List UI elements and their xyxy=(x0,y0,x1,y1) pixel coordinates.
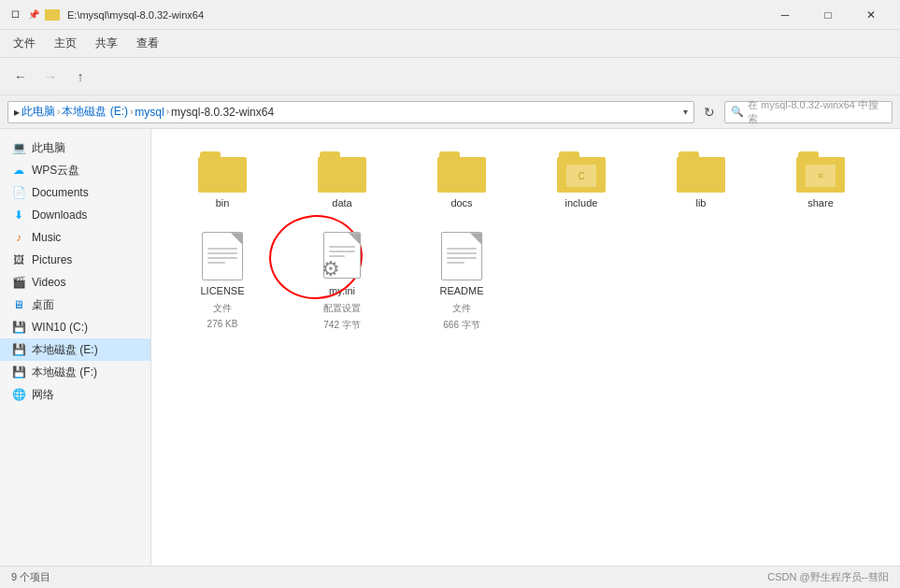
menu-bar: 文件 主页 共享 查看 xyxy=(0,30,900,58)
sidebar-label-pictures: Pictures xyxy=(32,253,72,266)
sidebar-label-local-e: 本地磁盘 (E:) xyxy=(32,342,98,358)
sidebar-item-music[interactable]: ♪ Music xyxy=(0,226,150,249)
file-item-lib[interactable]: lib xyxy=(645,144,757,217)
close-button[interactable]: ✕ xyxy=(850,0,893,30)
maximize-button[interactable]: □ xyxy=(807,0,850,30)
sidebar-label-documents: Documents xyxy=(32,186,89,199)
breadcrumb-sep-1: › xyxy=(57,107,60,117)
videos-icon: 🎬 xyxy=(11,275,26,290)
gear-icon: ⚙ xyxy=(320,258,342,280)
sidebar-item-desktop[interactable]: 🖥 桌面 xyxy=(0,294,150,316)
menu-share[interactable]: 共享 xyxy=(86,32,127,55)
watermark: CSDN @野生程序员--彗阳 xyxy=(767,570,889,584)
window-controls: ─ □ ✕ xyxy=(764,0,893,30)
folder-icon-data xyxy=(318,151,366,193)
folder-icon-docs xyxy=(437,151,486,193)
breadcrumb-dropdown-icon[interactable]: ▾ xyxy=(683,107,688,117)
breadcrumb-sep-3: › xyxy=(166,107,169,117)
breadcrumb-sep-2: › xyxy=(130,107,133,117)
sidebar: 💻 此电脑 ☁ WPS云盘 📄 Documents ⬇ Downloads ♪ … xyxy=(0,129,151,566)
cloud-icon: ☁ xyxy=(11,163,26,178)
breadcrumb-current: mysql-8.0.32-winx64 xyxy=(171,106,274,119)
file-item-readme[interactable]: README 文件 666 字节 xyxy=(406,224,518,338)
file-item-include[interactable]: C include xyxy=(525,144,637,217)
breadcrumb-separator-0: ▸ xyxy=(14,106,20,119)
file-name-lib: lib xyxy=(695,196,706,209)
sidebar-label-pc: 此电脑 xyxy=(32,140,65,156)
file-item-myini[interactable]: ⚙ my.ini 配置设置 742 字节 xyxy=(286,224,398,338)
sidebar-item-win10[interactable]: 💾 WIN10 (C:) xyxy=(0,316,150,338)
file-grid: bin data docs C xyxy=(151,129,900,566)
file-name-include: include xyxy=(565,196,598,209)
file-ini-icon: ⚙ xyxy=(320,232,364,280)
breadcrumb-bar[interactable]: ▸ 此电脑 › 本地磁盘 (E:) › mysql › mysql-8.0.32… xyxy=(7,101,694,123)
search-placeholder: 在 mysql-8.0.32-winx64 中搜索 xyxy=(748,98,886,126)
pc-icon: 💻 xyxy=(11,140,26,155)
breadcrumb-mysql[interactable]: mysql xyxy=(135,106,164,119)
file-name-share: share xyxy=(807,196,834,209)
main-content: 💻 此电脑 ☁ WPS云盘 📄 Documents ⬇ Downloads ♪ … xyxy=(0,129,900,566)
file-meta-myini-size: 742 字节 xyxy=(323,319,360,332)
sidebar-item-pc[interactable]: 💻 此电脑 xyxy=(0,136,150,159)
file-meta-myini-type: 配置设置 xyxy=(323,302,361,315)
toolbar: ← → ↑ xyxy=(0,58,900,95)
file-doc-icon-readme xyxy=(441,232,482,280)
sidebar-item-downloads[interactable]: ⬇ Downloads xyxy=(0,204,150,226)
breadcrumb-pc[interactable]: 此电脑 xyxy=(21,104,55,120)
search-icon: 🔍 xyxy=(731,106,744,118)
refresh-button[interactable]: ↻ xyxy=(698,101,721,123)
sidebar-item-local-e[interactable]: 💾 本地磁盘 (E:) xyxy=(0,338,150,361)
sidebar-item-videos[interactable]: 🎬 Videos xyxy=(0,271,150,294)
file-item-data[interactable]: data xyxy=(286,144,398,217)
file-item-bin[interactable]: bin xyxy=(166,144,279,217)
file-meta-license-type: 文件 xyxy=(213,302,232,315)
file-name-readme: README xyxy=(439,284,483,297)
window-title: E:\mysql\mysql-8.0.32-winx64 xyxy=(67,9,764,21)
file-name-bin: bin xyxy=(216,196,230,209)
file-doc-icon-license xyxy=(202,232,243,280)
up-button[interactable]: ↑ xyxy=(67,64,93,90)
file-meta-readme-size: 666 字节 xyxy=(443,319,479,332)
menu-file[interactable]: 文件 xyxy=(4,32,45,55)
folder-icon-lib xyxy=(677,151,725,193)
folder-icon-share: ≡ xyxy=(796,151,845,193)
sidebar-label-win10: WIN10 (C:) xyxy=(32,321,88,334)
drive-c-icon: 💾 xyxy=(11,320,26,335)
address-bar: ▸ 此电脑 › 本地磁盘 (E:) › mysql › mysql-8.0.32… xyxy=(0,95,900,129)
sidebar-label-desktop: 桌面 xyxy=(32,297,54,313)
sidebar-label-music: Music xyxy=(32,231,61,244)
sidebar-item-local-f[interactable]: 💾 本地磁盘 (F:) xyxy=(0,361,150,383)
back-button[interactable]: ← xyxy=(7,64,34,90)
file-item-license[interactable]: LICENSE 文件 276 KB xyxy=(166,224,279,338)
sidebar-item-wps[interactable]: ☁ WPS云盘 xyxy=(0,159,150,181)
folder-icon-bin xyxy=(198,151,247,193)
system-icon: ☐ xyxy=(7,7,22,22)
file-meta-readme-type: 文件 xyxy=(452,302,471,315)
documents-icon: 📄 xyxy=(11,185,26,200)
sidebar-item-documents[interactable]: 📄 Documents xyxy=(0,181,150,204)
sidebar-label-local-f: 本地磁盘 (F:) xyxy=(32,365,97,380)
drive-f-icon: 💾 xyxy=(11,365,26,380)
desktop-icon: 🖥 xyxy=(11,297,26,312)
menu-home[interactable]: 主页 xyxy=(45,32,86,55)
search-bar[interactable]: 🔍 在 mysql-8.0.32-winx64 中搜索 xyxy=(724,101,893,123)
sidebar-label-downloads: Downloads xyxy=(32,208,87,222)
sidebar-label-wps: WPS云盘 xyxy=(32,163,79,179)
sidebar-label-network: 网络 xyxy=(32,387,54,403)
file-item-share[interactable]: ≡ share xyxy=(764,144,877,217)
sidebar-label-videos: Videos xyxy=(32,276,65,289)
downloads-icon: ⬇ xyxy=(11,208,26,222)
breadcrumb-e[interactable]: 本地磁盘 (E:) xyxy=(62,104,128,120)
file-name-data: data xyxy=(332,196,351,209)
music-icon: ♪ xyxy=(11,230,26,245)
menu-view[interactable]: 查看 xyxy=(127,32,168,55)
quick-access-icon: 📌 xyxy=(26,7,41,22)
sidebar-item-pictures[interactable]: 🖼 Pictures xyxy=(0,249,150,271)
file-name-myini: my.ini xyxy=(329,284,355,297)
forward-button[interactable]: → xyxy=(37,64,64,90)
status-bar: 9 个项目 CSDN @野生程序员--彗阳 xyxy=(0,566,900,588)
sidebar-item-network[interactable]: 🌐 网络 xyxy=(0,383,150,406)
pictures-icon: 🖼 xyxy=(11,252,26,267)
minimize-button[interactable]: ─ xyxy=(764,0,807,30)
file-item-docs[interactable]: docs xyxy=(406,144,518,217)
